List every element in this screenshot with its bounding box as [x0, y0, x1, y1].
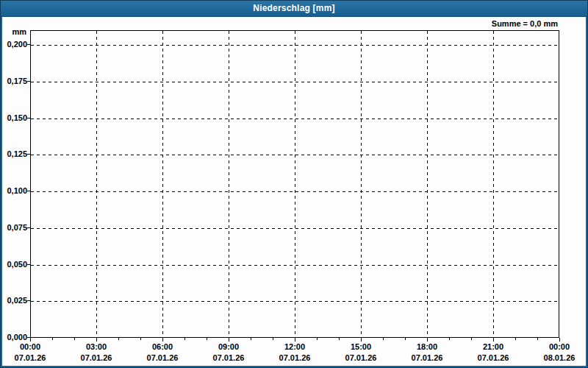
- y-axis-tick: [27, 191, 30, 191]
- y-tick-label: 0,100: [1, 186, 27, 196]
- x-axis-major-tick: [427, 338, 428, 342]
- y-axis-tick: [27, 300, 30, 301]
- x-axis-minor-tick: [471, 338, 472, 340]
- y-tick-label: 0,125: [1, 149, 27, 159]
- x-axis-minor-tick: [449, 338, 450, 340]
- x-tick-label-time: 12:00: [265, 342, 324, 352]
- y-axis-tick: [27, 44, 30, 45]
- y-tick-label: 0,000: [1, 333, 27, 342]
- x-tick-label-date: 07.01.26: [265, 353, 324, 363]
- x-tick-label-time: 09:00: [199, 342, 258, 352]
- sum-annotation: Summe = 0,0 mm: [30, 18, 558, 29]
- y-tick-label: 0,150: [1, 113, 27, 123]
- x-grid-line: [295, 31, 295, 337]
- x-axis-minor-tick: [74, 338, 75, 340]
- y-tick-label: 0,025: [1, 296, 27, 305]
- x-tick-label-date: 07.01.26: [1, 353, 60, 363]
- x-tick-label-date: 08.01.26: [530, 353, 588, 363]
- x-tick-label-time: 00:00: [530, 342, 588, 352]
- plot-area: [30, 30, 559, 338]
- y-axis-tick: [27, 154, 30, 155]
- x-axis-minor-tick: [251, 338, 251, 340]
- x-tick-label-time: 15:00: [331, 342, 390, 352]
- titlebar: Niederschlag [mm]: [1, 1, 587, 17]
- x-grid-line: [361, 31, 362, 337]
- x-grid-line: [162, 31, 163, 337]
- y-axis-tick: [27, 118, 30, 118]
- x-grid-line: [427, 31, 428, 337]
- y-tick-label: 0,175: [1, 77, 27, 86]
- x-axis-major-tick: [162, 338, 163, 342]
- y-axis-tick: [27, 264, 30, 265]
- x-axis-minor-tick: [273, 338, 273, 340]
- x-tick-label-time: 00:00: [1, 342, 60, 352]
- x-axis-minor-tick: [184, 338, 185, 340]
- x-axis-major-tick: [559, 338, 560, 342]
- x-tick-label-date: 07.01.26: [464, 353, 523, 363]
- x-axis-major-tick: [493, 338, 494, 342]
- chart-window: Niederschlag [mm] Summe = 0,0 mm mm 0,20…: [0, 0, 588, 368]
- x-axis-minor-tick: [317, 338, 318, 340]
- x-tick-label-date: 07.01.26: [133, 353, 192, 363]
- x-tick-label-date: 07.01.26: [331, 353, 390, 363]
- x-grid-line: [493, 31, 494, 337]
- x-grid-line: [229, 31, 229, 337]
- y-tick-label: 0,200: [1, 40, 27, 49]
- x-tick-label-time: 03:00: [67, 342, 126, 352]
- x-tick-label-time: 06:00: [133, 342, 192, 352]
- chart-title: Niederschlag [mm]: [253, 3, 334, 13]
- x-axis-minor-tick: [52, 338, 53, 340]
- y-axis-unit-label: mm: [1, 27, 26, 37]
- x-axis-minor-tick: [405, 338, 406, 340]
- x-axis-minor-tick: [339, 338, 340, 340]
- y-axis-tick: [27, 81, 30, 82]
- y-tick-label: 0,075: [1, 223, 27, 233]
- x-tick-label-date: 07.01.26: [199, 353, 258, 363]
- x-axis-minor-tick: [383, 338, 384, 340]
- x-axis-minor-tick: [140, 338, 141, 340]
- x-axis-major-tick: [229, 338, 229, 342]
- x-axis-minor-tick: [537, 338, 538, 340]
- x-tick-label-time: 21:00: [464, 342, 523, 352]
- x-tick-label-time: 18:00: [398, 342, 456, 352]
- x-axis-minor-tick: [118, 338, 119, 340]
- x-tick-label-date: 07.01.26: [67, 353, 126, 363]
- y-tick-label: 0,050: [1, 260, 27, 269]
- x-grid-line: [96, 31, 97, 337]
- x-axis-major-tick: [295, 338, 295, 342]
- x-axis-major-tick: [96, 338, 97, 342]
- x-tick-label-date: 07.01.26: [398, 353, 456, 363]
- y-axis-tick: [27, 227, 30, 228]
- x-axis-major-tick: [30, 338, 31, 342]
- x-axis-major-tick: [361, 338, 362, 342]
- x-axis-minor-tick: [207, 338, 207, 340]
- x-axis-minor-tick: [515, 338, 516, 340]
